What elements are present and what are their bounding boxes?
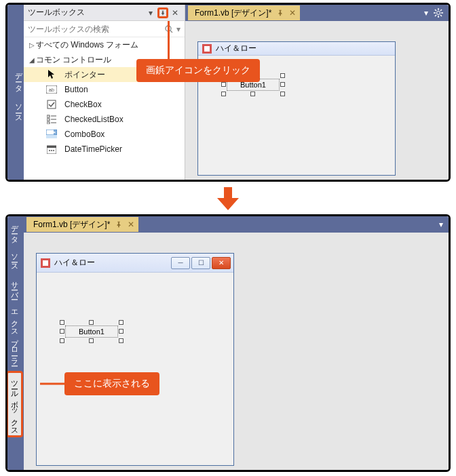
collapsed-sidebar: データ ソース サーバー エクスプローラー ツールボックス [7,216,24,470]
svg-point-17 [51,150,52,151]
resize-handle[interactable] [119,338,124,343]
toolbox-item-button[interactable]: ab Button [24,82,185,97]
resize-handle[interactable] [250,92,255,96]
gear-icon[interactable] [434,8,443,18]
form-app-icon [41,258,50,268]
toolbox-item-datetimepicker[interactable]: DateTimePicker [24,142,185,157]
close-button[interactable]: ✕ [212,257,231,269]
toolbox-header: ツールボックス ▾ ✕ [24,5,185,21]
svg-rect-15 [47,146,56,148]
checkedlistbox-icon [45,114,58,125]
resize-handle[interactable] [280,92,285,96]
tab-pin-icon[interactable] [277,9,284,16]
svg-rect-6 [47,119,50,121]
sidebar-tab-datasource[interactable]: データ ソース [7,216,22,273]
pin-icon[interactable] [157,7,168,18]
toolbox-item-combobox[interactable]: ComboBox [24,127,185,142]
svg-line-1 [170,31,172,33]
svg-rect-4 [48,100,56,108]
search-input[interactable] [28,24,163,34]
toolbox-search[interactable]: ▾ [24,21,185,37]
form-titlebar[interactable]: ハイ＆ロー [198,42,395,56]
toolbox-item-checkbox[interactable]: CheckBox [24,97,185,112]
pointer-icon [45,69,58,80]
svg-line-27 [440,9,442,11]
svg-point-19 [437,12,440,15]
svg-rect-7 [47,122,50,124]
resize-handle[interactable] [221,82,226,87]
designer-area: Form1.vb [デザイン]* ✕ ▾ ハイ＆ロー ─ ☐ [24,216,449,470]
resize-handle[interactable] [119,320,124,325]
form-app-icon [202,44,212,54]
svg-rect-13 [46,135,57,138]
tab-dropdown-icon[interactable]: ▾ [439,220,443,229]
document-tab-row: Form1.vb [デザイン]* ✕ ▾ [24,216,449,233]
toolbox-panel: ツールボックス ▾ ✕ ▾ ▷すべての Windows フォーム ◢コモン [24,5,185,180]
minimize-button[interactable]: ─ [171,257,190,269]
svg-line-24 [435,9,436,11]
document-tab[interactable]: Form1.vb [デザイン]* ✕ [26,217,138,232]
designer-area: Form1.vb [デザイン]* ✕ ▾ ハイ＆ [185,5,449,180]
sidebar-tab-datasource[interactable]: データ ソース [7,5,24,180]
toolbox-title: ツールボックス [28,7,145,18]
resize-handle[interactable] [280,82,285,87]
checkbox-icon [45,99,58,110]
resize-handle[interactable] [89,320,94,325]
callout-collapsed-tab: ここに表示される [64,372,159,395]
big-arrow-icon [214,184,242,212]
svg-text:ab: ab [49,87,54,92]
tab-close-icon[interactable]: ✕ [128,220,134,229]
designer-button-widget[interactable]: Button1 [60,320,124,343]
toolbox-item-checkedlistbox[interactable]: CheckedListBox [24,112,185,127]
callout-pin: 画鋲アイコンをクリック [136,59,260,82]
svg-rect-5 [47,115,50,117]
document-tab[interactable]: Form1.vb [デザイン]* ✕ [188,5,300,20]
datetimepicker-icon [45,144,58,155]
maximize-button[interactable]: ☐ [191,257,210,269]
dropdown-icon[interactable]: ▾ [145,7,156,18]
resize-handle[interactable] [280,73,285,78]
resize-handle[interactable] [119,329,124,334]
resize-handle[interactable] [221,92,226,96]
button-icon: ab [45,84,58,95]
svg-line-26 [435,15,436,16]
form-titlebar[interactable]: ハイ＆ロー ─ ☐ ✕ [37,254,233,273]
close-icon[interactable]: ✕ [170,7,180,18]
tab-dropdown-icon[interactable]: ▾ [424,8,428,18]
tab-close-icon[interactable]: ✕ [289,8,296,18]
resize-handle[interactable] [89,338,94,343]
document-tab-row: Form1.vb [デザイン]* ✕ ▾ [185,5,449,21]
sidebar-tab-toolbox[interactable]: ツールボックス [6,371,23,437]
tab-pin-icon[interactable] [115,221,122,228]
svg-rect-31 [43,260,48,266]
resize-handle[interactable] [60,329,64,334]
resize-handle[interactable] [60,338,64,343]
svg-point-16 [49,150,50,151]
svg-rect-29 [204,46,210,52]
category-all-forms[interactable]: ▷すべての Windows フォーム [24,37,185,52]
sidebar-tab-server-explorer[interactable]: サーバー エクスプローラー [7,273,22,367]
combobox-icon [45,129,58,140]
svg-point-18 [53,150,54,151]
form-window: ハイ＆ロー ─ ☐ ✕ [36,253,234,466]
resize-handle[interactable] [60,320,64,325]
svg-line-25 [440,15,442,16]
